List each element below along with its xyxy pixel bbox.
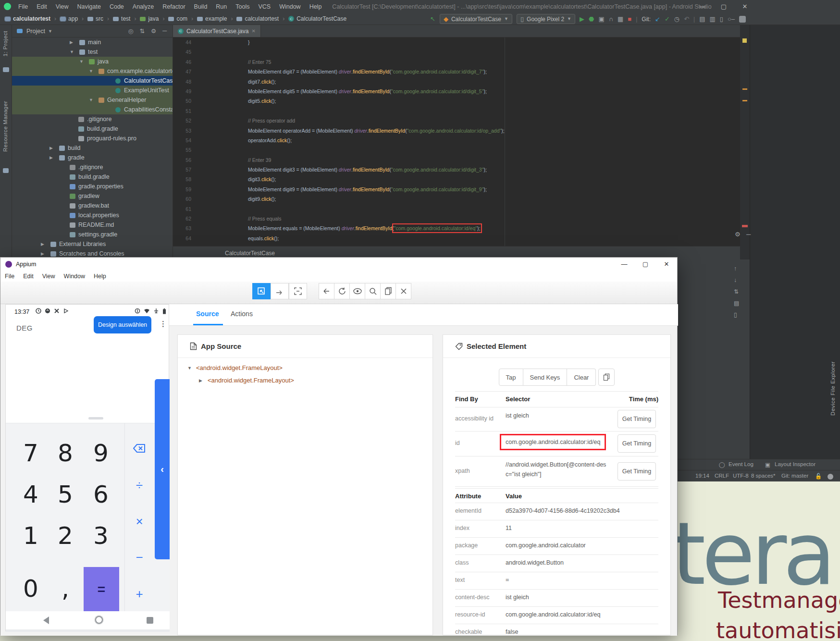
digit-key-1[interactable]: 1: [15, 521, 46, 550]
project-tree-item[interactable]: CalculatorTestCase: [12, 76, 173, 86]
git-rollback-icon[interactable]: ↶: [684, 16, 689, 22]
studio-menu-analyze[interactable]: Analyze: [129, 2, 158, 11]
hide-panel-icon[interactable]: ─: [746, 231, 751, 238]
debug-bug-icon[interactable]: ⬣: [589, 16, 594, 22]
refresh-button[interactable]: [334, 283, 350, 299]
code-area[interactable]: 44}4546// Enter 7547MobileElement digit7…: [173, 37, 740, 246]
tab-actions[interactable]: Actions: [231, 310, 253, 318]
close-icon[interactable]: ✕: [251, 28, 255, 34]
stripe-resource-manager-label[interactable]: Resource Manager: [2, 101, 8, 152]
breadcrumb-item[interactable]: com: [168, 15, 187, 22]
project-tree-item[interactable]: ▼GeneralHelper: [12, 95, 173, 105]
run-button[interactable]: ▶: [580, 16, 584, 22]
design-tooltip[interactable]: Design auswählen: [94, 316, 151, 333]
chevron-right-icon[interactable]: ▶: [49, 143, 53, 153]
chevron-right-icon[interactable]: ▶: [49, 153, 53, 162]
overflow-menu-icon[interactable]: ⋮: [160, 320, 167, 328]
equals-key[interactable]: =: [84, 567, 119, 612]
collapse-all-icon[interactable]: ⇅: [139, 27, 144, 35]
tap-by-coordinates-button[interactable]: [289, 283, 307, 299]
studio-menu-code[interactable]: Code: [106, 2, 128, 11]
digit-key-2[interactable]: 2: [50, 521, 81, 550]
search-icon[interactable]: ○–: [728, 16, 735, 22]
git-update-icon[interactable]: ↙: [655, 16, 660, 22]
studio-menu-navigate[interactable]: Navigate: [74, 2, 105, 11]
quit-session-button[interactable]: [395, 283, 411, 299]
display-drag-handle[interactable]: [88, 417, 103, 419]
hector-icon[interactable]: [828, 474, 833, 480]
plus-key[interactable]: +: [130, 584, 149, 604]
studio-menu-refactor[interactable]: Refactor: [159, 2, 189, 11]
project-tree-item[interactable]: proguard-rules.pro: [12, 134, 173, 143]
project-tree-item[interactable]: ▶main: [12, 37, 173, 47]
deg-mode-label[interactable]: DEG: [16, 324, 33, 332]
project-tree-item[interactable]: ▶External Libraries: [12, 239, 173, 249]
project-tree-item[interactable]: .gitignore: [12, 162, 173, 172]
digit-key-6[interactable]: 6: [86, 480, 116, 509]
project-tree-item[interactable]: README.md: [12, 220, 173, 230]
multiply-key[interactable]: ×: [130, 512, 149, 531]
studio-minimize-button[interactable]: —: [692, 0, 713, 13]
get-timing-button[interactable]: Get Timing: [618, 434, 656, 453]
avd-manager-icon[interactable]: ▯: [720, 16, 723, 22]
project-tree-item[interactable]: build.gradle: [12, 124, 173, 134]
backspace-key[interactable]: [130, 439, 149, 458]
digit-key-3[interactable]: 3: [86, 521, 116, 550]
search-button[interactable]: [365, 283, 381, 299]
screenshot-eye-button[interactable]: [349, 283, 365, 299]
chevron-down-icon[interactable]: ▼: [70, 47, 74, 57]
project-tree-item[interactable]: ▶build: [12, 143, 173, 153]
get-timing-button[interactable]: Get Timing: [618, 410, 656, 428]
hide-panel-icon[interactable]: ─: [162, 27, 167, 35]
digit-key-5[interactable]: 5: [50, 480, 81, 509]
studio-close-button[interactable]: ✕: [734, 0, 755, 13]
digit-key-8[interactable]: 8: [50, 439, 81, 468]
breadcrumb-item[interactable]: app: [60, 15, 78, 22]
attach-debugger-icon[interactable]: ▣: [598, 16, 604, 22]
coverage-icon[interactable]: ▦: [618, 16, 623, 22]
project-tree-item[interactable]: ExampleUnitTest: [12, 86, 173, 95]
editor-error-stripe[interactable]: [740, 25, 750, 259]
run-config-dropdown[interactable]: ◆ CalculatorTestCase ▼: [440, 14, 512, 24]
studio-menu-window[interactable]: Window: [275, 2, 304, 11]
divide-key[interactable]: ÷: [130, 476, 149, 495]
indent-setting[interactable]: 8 spaces*: [751, 473, 776, 479]
clear-button[interactable]: Clear: [567, 369, 596, 386]
studio-menu-file[interactable]: File: [14, 2, 32, 11]
print-icon[interactable]: ▤: [734, 300, 739, 307]
chevron-down-icon[interactable]: ▼: [187, 362, 192, 374]
breadcrumb-item[interactable]: calculatortest: [236, 15, 279, 22]
project-tree-item[interactable]: .gitignore: [12, 114, 173, 124]
studio-menu-build[interactable]: Build: [190, 2, 211, 11]
tab-source[interactable]: Source: [196, 310, 219, 318]
advanced-pad-handle[interactable]: ‹: [155, 379, 170, 559]
copy-attributes-button[interactable]: [598, 369, 615, 386]
minus-key[interactable]: −: [130, 548, 149, 567]
editor-tab[interactable]: C CalculatorTestCase.java ✕: [173, 25, 261, 37]
breadcrumb-item[interactable]: java: [140, 15, 159, 22]
project-structure-icon[interactable]: ▤: [699, 16, 705, 22]
digit-key-0[interactable]: 0: [15, 574, 46, 603]
scroll-down-icon[interactable]: ↓: [734, 277, 739, 284]
appium-maximize-button[interactable]: ▢: [635, 258, 656, 271]
digit-key-comma[interactable]: ,: [50, 574, 81, 603]
clear-icon[interactable]: ▯: [734, 311, 739, 318]
chevron-right-icon[interactable]: ▶: [70, 37, 73, 47]
project-tree-item[interactable]: build.gradle: [12, 172, 173, 182]
swipe-by-coordinates-button[interactable]: [271, 283, 289, 299]
breadcrumb-item[interactable]: CCalculatorTestCase: [288, 15, 346, 22]
studio-maximize-button[interactable]: ▢: [713, 0, 734, 13]
stop-button[interactable]: ■: [628, 16, 631, 22]
project-tree-item[interactable]: settings.gradle: [12, 230, 173, 239]
digit-key-9[interactable]: 9: [86, 439, 116, 468]
nav-home-icon[interactable]: [95, 616, 103, 624]
nav-recents-icon[interactable]: [147, 617, 153, 624]
locate-file-icon[interactable]: ◎: [128, 27, 134, 35]
device-file-explorer-tab[interactable]: Device File Explorer: [830, 361, 836, 416]
copy-xml-button[interactable]: [380, 283, 396, 299]
git-branch[interactable]: Git: master: [781, 473, 808, 479]
back-button[interactable]: [319, 283, 334, 299]
appium-menu-window[interactable]: Window: [60, 273, 89, 280]
appium-menu-help[interactable]: Help: [89, 273, 111, 280]
scroll-up-icon[interactable]: ↑: [734, 265, 739, 272]
